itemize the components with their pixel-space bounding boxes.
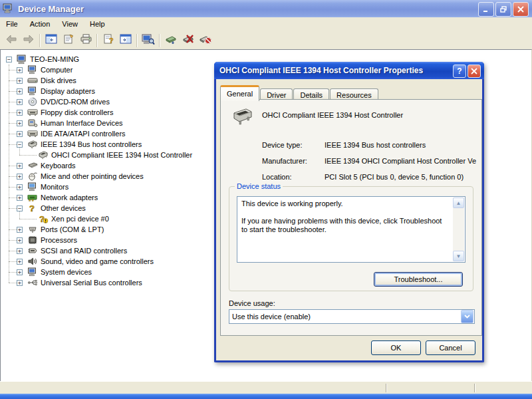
- mouse-icon: [27, 172, 38, 181]
- tree-connector-line: [9, 123, 17, 124]
- statusbar-divider: [474, 384, 475, 392]
- menu-item-action[interactable]: Action: [24, 17, 57, 30]
- expand-plus-box[interactable]: +: [17, 110, 23, 116]
- menu-item-view[interactable]: View: [56, 17, 84, 30]
- expand-plus-box[interactable]: +: [17, 131, 23, 137]
- device-status-textbox[interactable]: This device is working properly.If you a…: [237, 196, 466, 263]
- tree-item-label[interactable]: Monitors: [39, 182, 70, 192]
- scroll-up-button[interactable]: ▲: [453, 198, 464, 208]
- tree-item-label[interactable]: Sound, video and game controllers: [39, 257, 155, 266]
- disable-button[interactable]: [180, 33, 197, 49]
- tree-connector-line: [9, 102, 17, 103]
- controller-card-icon: [27, 129, 38, 138]
- collapse-minus-box[interactable]: −: [17, 142, 23, 148]
- status-scrollbar[interactable]: ▲ ▼: [453, 198, 464, 261]
- menu-item-file[interactable]: File: [0, 17, 24, 30]
- tree-connector-line: [9, 251, 17, 252]
- tree-item-label[interactable]: Universal Serial Bus controllers: [39, 278, 144, 287]
- tree-item-label[interactable]: Xen pci device #0: [50, 214, 110, 223]
- disable-icon: [182, 34, 195, 47]
- expand-plus-box[interactable]: +: [17, 163, 23, 169]
- tree-connector-line: [9, 134, 17, 135]
- collapse-minus-box[interactable]: −: [6, 57, 12, 63]
- expand-plus-box[interactable]: +: [17, 195, 23, 201]
- controller-card-icon: [27, 108, 38, 117]
- tree-item-label[interactable]: Ports (COM & LPT): [39, 225, 105, 234]
- print-button[interactable]: [77, 33, 94, 49]
- update-driver-icon: [164, 34, 178, 47]
- cd-rom-icon: [27, 97, 38, 106]
- collapse-minus-box[interactable]: −: [17, 205, 23, 211]
- close-button[interactable]: [513, 2, 529, 17]
- uninstall-button[interactable]: [197, 33, 214, 49]
- back-button: [3, 33, 20, 49]
- tree-item-label[interactable]: TEO-EN-MING: [29, 55, 80, 64]
- expand-plus-box[interactable]: +: [17, 174, 23, 180]
- expand-plus-box[interactable]: +: [17, 99, 23, 105]
- window-caption-buttons: [478, 2, 529, 17]
- tree-item-label[interactable]: OHCI Compliant IEEE 1394 Host Controller: [50, 150, 194, 160]
- chevron-down-icon[interactable]: [461, 310, 473, 323]
- tree-connector-line: [19, 219, 37, 220]
- manufacturer-value: IEEE 1394 OHCI Compliant Host Controller…: [325, 157, 479, 165]
- back-arrow-icon: [5, 34, 18, 47]
- tree-item-label[interactable]: DVD/CD-ROM drives: [39, 97, 111, 106]
- expand-plus-box[interactable]: +: [17, 227, 23, 233]
- tree-item-label[interactable]: System devices: [39, 267, 93, 277]
- tree-item-label[interactable]: Other devices: [39, 203, 87, 213]
- ok-button[interactable]: OK: [371, 340, 421, 355]
- scan-for-hardware-changes-button[interactable]: [140, 33, 157, 49]
- tab-general[interactable]: General: [220, 85, 259, 101]
- tree-item-label[interactable]: Floppy disk controllers: [39, 108, 114, 117]
- properties-button[interactable]: [60, 33, 77, 49]
- scsi-icon: [27, 246, 38, 255]
- computer-icon: [17, 55, 27, 64]
- help-button[interactable]: ?: [100, 33, 117, 49]
- expand-plus-box[interactable]: +: [17, 88, 23, 94]
- tree-item-label[interactable]: IEEE 1394 Bus host controllers: [39, 140, 143, 149]
- tree-item-label[interactable]: Human Interface Devices: [39, 118, 124, 128]
- dialog-help-button[interactable]: ?: [453, 65, 466, 78]
- show-hide-console-tree-button[interactable]: [43, 33, 60, 49]
- tree-item-label[interactable]: Keyboards: [39, 161, 77, 170]
- properties-icon: [63, 34, 74, 47]
- troubleshoot-button[interactable]: Troubleshoot...: [374, 272, 463, 287]
- scan-hardware-icon: [142, 34, 155, 48]
- expand-plus-box[interactable]: +: [17, 184, 23, 190]
- tree-connector-line: [9, 80, 17, 82]
- show-hide-action-pane-button[interactable]: [117, 33, 134, 49]
- expand-plus-box[interactable]: +: [17, 269, 23, 275]
- scroll-down-button[interactable]: ▼: [453, 251, 464, 261]
- computer-node-icon: [27, 267, 38, 277]
- menu-bar: FileActionViewHelp: [0, 17, 532, 33]
- tree-item-label[interactable]: Processors: [39, 235, 78, 245]
- device-type-label: Device type:: [262, 141, 303, 149]
- minimize-button[interactable]: [478, 2, 494, 17]
- device-status-groupbox: Device status This device is working pro…: [229, 186, 473, 291]
- tree-item-label[interactable]: Network adapters: [39, 193, 99, 202]
- tree-item-label[interactable]: Computer: [39, 65, 74, 74]
- expand-plus-box[interactable]: +: [17, 78, 23, 84]
- expand-plus-box[interactable]: +: [17, 120, 23, 126]
- expand-plus-box[interactable]: +: [17, 237, 23, 243]
- status-bar: [0, 381, 532, 394]
- restore-button[interactable]: [495, 2, 511, 17]
- computer-node-icon: [27, 65, 38, 74]
- general-tab-panel: OHCI Compliant IEEE 1394 Host Controller…: [220, 99, 482, 336]
- dialog-close-button[interactable]: [467, 65, 481, 78]
- menu-item-help[interactable]: Help: [84, 17, 111, 30]
- expand-plus-box[interactable]: +: [17, 259, 23, 265]
- location-label: Location:: [262, 173, 292, 181]
- tree-item-label[interactable]: Disk drives: [39, 76, 78, 85]
- expand-plus-box[interactable]: +: [17, 67, 23, 73]
- properties-dialog: OHCI Compliant IEEE 1394 Host Controller…: [214, 62, 484, 362]
- tree-item-label[interactable]: IDE ATA/ATAPI controllers: [39, 129, 127, 138]
- expand-plus-box[interactable]: +: [17, 248, 23, 254]
- tree-item-label[interactable]: SCSI and RAID controllers: [39, 246, 128, 255]
- tree-item-label[interactable]: Mice and other pointing devices: [39, 172, 145, 181]
- tree-item-label[interactable]: Display adapters: [39, 86, 96, 96]
- expand-plus-box[interactable]: +: [17, 280, 23, 286]
- update-driver-button[interactable]: [162, 33, 180, 49]
- device-usage-combobox[interactable]: Use this device (enable): [229, 309, 475, 324]
- cancel-button[interactable]: Cancel: [426, 340, 475, 355]
